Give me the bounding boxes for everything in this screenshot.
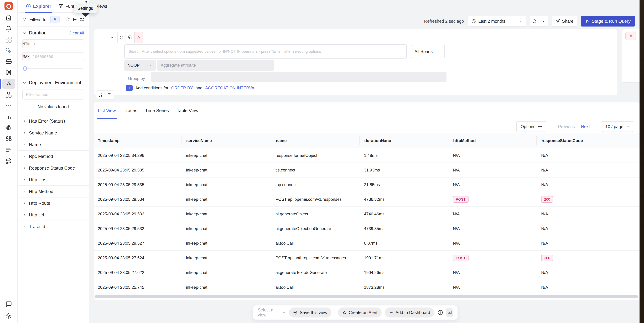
slider-thumb[interactable] <box>23 66 27 71</box>
sidebar-item-metrics[interactable] <box>0 111 17 122</box>
filter-section-http-host[interactable]: Http Host <box>18 174 89 186</box>
table-body: 2025-09-04 23:05:34.296inkeep-chatrespon… <box>94 148 640 294</box>
order-by-link[interactable]: ORDER BY <box>171 86 193 90</box>
clone-query-button[interactable] <box>126 32 134 43</box>
table-row[interactable]: 2025-09-04 23:05:29.532inkeep-chatai.gen… <box>94 222 640 236</box>
cell-timestamp: 2025-09-04 23:05:29.535 <box>94 182 181 187</box>
previous-page-button[interactable]: Previous <box>552 124 575 129</box>
sidebar-item-integrations[interactable] <box>0 155 17 166</box>
filter-section-service-name[interactable]: Service Name <box>18 127 89 138</box>
toggle-query-visibility-button[interactable] <box>117 32 126 43</box>
horizontal-scrollbar[interactable] <box>94 295 638 298</box>
column-header-servicename: serviceName <box>181 136 271 145</box>
table-row[interactable]: 2025-09-04 23:05:27.624inkeep-chatPOST a… <box>94 251 640 265</box>
sidebar-item-billing[interactable] <box>0 144 17 155</box>
filter-section-label: Response Status Code <box>29 166 75 171</box>
filter-section-label: Http Host <box>29 177 48 182</box>
view-tab-time-series[interactable]: Time Series <box>145 102 169 119</box>
time-range-value: Last 2 months <box>478 19 516 24</box>
save-view-button[interactable]: Save this view <box>289 308 332 318</box>
next-page-button[interactable]: Next <box>581 124 595 129</box>
filter-section-http-method[interactable]: Http Method <box>18 186 89 197</box>
add-to-dashboard-button[interactable]: Add to Dashboard <box>385 308 434 318</box>
create-alert-button[interactable]: Create an Alert <box>338 308 382 318</box>
page-size-dropdown[interactable]: 10 / page <box>602 121 633 132</box>
duration-min-input[interactable] <box>30 40 84 48</box>
signoz-logo-icon[interactable] <box>4 2 13 10</box>
deployment-filter-input[interactable] <box>22 90 84 100</box>
sidebar-item-dashboards[interactable] <box>0 34 17 45</box>
sidebar-item-service-map[interactable] <box>0 133 17 144</box>
sidebar-item-exceptions[interactable] <box>0 122 17 133</box>
filter-section-http-route[interactable]: Http Route <box>18 197 89 209</box>
sidebar-item-more[interactable] <box>0 100 17 111</box>
stage-run-query-button[interactable]: Stage & Run Query <box>581 16 635 26</box>
formula-mode-button[interactable] <box>105 90 114 100</box>
table-row[interactable]: 2025-09-04 23:05:29.535inkeep-chattls.co… <box>94 163 640 178</box>
tab-explorer[interactable]: Explorer <box>26 0 51 12</box>
refresh-options-button[interactable] <box>539 16 548 26</box>
table-row[interactable]: 2025-09-04 23:05:29.532inkeep-chatai.gen… <box>94 207 640 222</box>
aggregate-attribute-input[interactable] <box>157 60 274 70</box>
sidebar-nav <box>0 12 17 166</box>
share-button[interactable]: Share <box>552 16 577 26</box>
filter-section-http-url[interactable]: Http Url <box>18 209 89 220</box>
chevron-down-icon[interactable] <box>22 31 26 35</box>
info-icon[interactable] <box>437 310 443 316</box>
sidebar-item-logs[interactable] <box>0 67 17 78</box>
sync-icon[interactable] <box>65 17 70 22</box>
view-tab-traces[interactable]: Traces <box>124 102 138 119</box>
sidebar-item-settings[interactable] <box>0 310 17 321</box>
aggregation-interval-link[interactable]: AGGREGATION INTERVAL <box>205 86 257 90</box>
table-row[interactable]: 2025-09-04 23:05:29.534inkeep-chatPOST a… <box>94 192 640 207</box>
aggregate-operator-select[interactable]: NOOP <box>124 60 156 70</box>
span-scope-dropdown[interactable]: All Spans <box>411 45 445 58</box>
sliders-icon[interactable] <box>80 17 84 22</box>
collapse-left-icon[interactable] <box>72 17 77 22</box>
query-a-toggle[interactable]: A <box>626 32 636 40</box>
query-name-chip[interactable]: A <box>134 32 143 43</box>
search-filter-input[interactable] <box>124 44 407 58</box>
dock-panel-button[interactable] <box>446 308 453 317</box>
cell-httpmethod: N/A <box>448 241 536 246</box>
tab-label: Explorer <box>33 4 51 9</box>
sidebar-item-support[interactable] <box>0 299 17 309</box>
refresh-button[interactable] <box>530 16 539 26</box>
table-row[interactable]: 2025-09-04 23:05:29.535inkeep-chattcp.co… <box>94 178 640 192</box>
filter-section-has-error-status-[interactable]: Has Error (Status) <box>18 115 89 127</box>
sidebar-item-home[interactable] <box>0 12 17 23</box>
collapse-query-button[interactable] <box>108 32 116 43</box>
deployment-title[interactable]: Deployment Environment <box>29 80 84 86</box>
duration-max-input[interactable] <box>30 52 84 61</box>
select-view-dropdown[interactable]: Select a view <box>258 308 286 318</box>
filter-section-response-status-code[interactable]: Response Status Code <box>18 162 89 174</box>
view-tab-list-view[interactable]: List View <box>98 102 116 119</box>
sidebar-item-get-started[interactable] <box>0 45 17 56</box>
sidebar-item-infrastructure[interactable] <box>0 56 17 67</box>
table-row[interactable]: 2025-09-04 23:05:34.296inkeep-chatrespon… <box>94 148 640 163</box>
slider-track[interactable] <box>23 68 83 69</box>
filter-section-trace-id[interactable]: Trace Id <box>18 220 89 232</box>
sidebar-item-alerts[interactable] <box>0 23 17 34</box>
table-row[interactable]: 2025-09-04 23:05:29.527inkeep-chatai.too… <box>94 236 640 251</box>
chevron-down-icon[interactable] <box>22 81 26 85</box>
table-row[interactable]: 2025-09-04 23:05:27.622inkeep-chatai.gen… <box>94 265 640 280</box>
clear-all-link[interactable]: Clear All <box>69 31 84 36</box>
table-row[interactable]: 2025-09-04 23:05:25.745inkeep-chatai.too… <box>94 280 640 294</box>
view-tab-table-view[interactable]: Table View <box>177 102 198 119</box>
chevron-left-icon <box>552 125 556 128</box>
sidebar-item-traces[interactable] <box>0 78 17 89</box>
chevron-down-icon <box>110 35 114 40</box>
duration-title[interactable]: Duration <box>29 30 66 36</box>
sidebar-item-messaging-queues[interactable] <box>0 89 17 100</box>
group-by-field[interactable] <box>151 72 446 82</box>
query-builder-mode-button[interactable] <box>96 90 105 100</box>
filter-section-name[interactable]: Name <box>18 138 89 150</box>
time-range-dropdown[interactable]: Last 2 months <box>468 16 526 26</box>
query-badge[interactable]: A <box>50 16 60 23</box>
cell-timestamp: 2025-09-04 23:05:27.624 <box>94 256 181 260</box>
options-button[interactable]: Options <box>516 121 546 132</box>
add-condition-button[interactable] <box>126 85 132 91</box>
filter-section-rpc-method[interactable]: Rpc Method <box>18 150 89 162</box>
pointer-click-icon <box>5 47 12 54</box>
